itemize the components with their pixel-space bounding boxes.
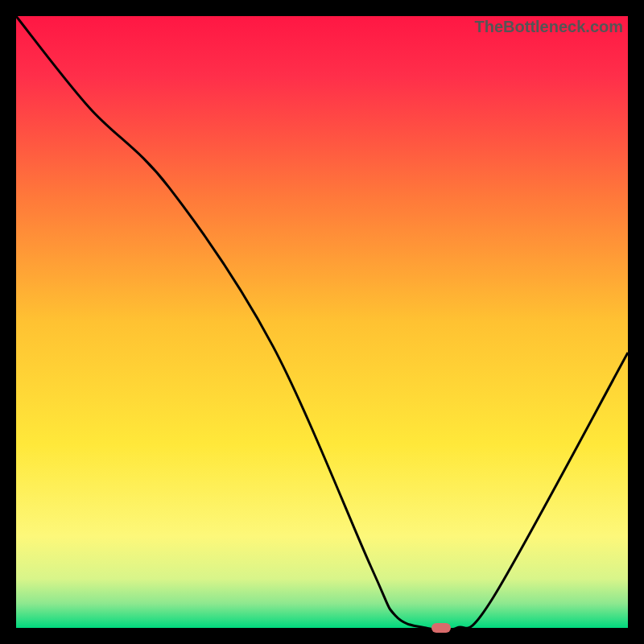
chart-container: TheBottleneck.com xyxy=(0,0,644,644)
watermark-text: TheBottleneck.com xyxy=(475,18,623,36)
optimal-marker xyxy=(431,623,451,633)
bottleneck-curve-path xyxy=(16,16,628,628)
plot-area: TheBottleneck.com xyxy=(16,16,628,628)
curve-svg xyxy=(16,16,628,628)
